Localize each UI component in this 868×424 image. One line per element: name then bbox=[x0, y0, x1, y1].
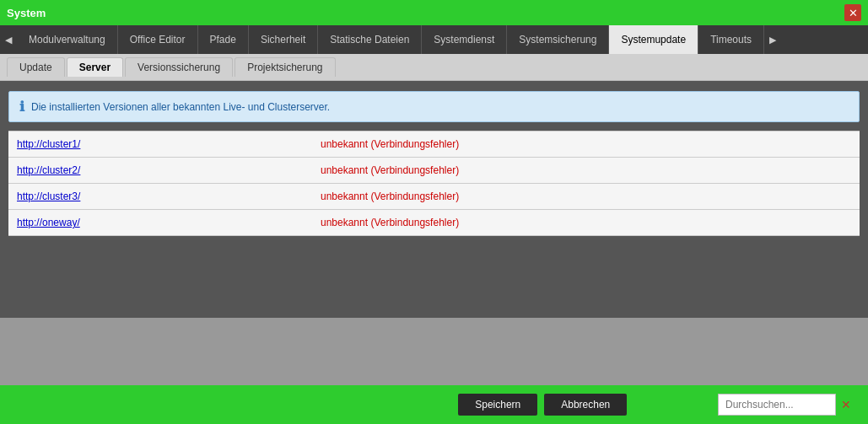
search-clear-icon[interactable]: ✕ bbox=[841, 398, 851, 411]
status-detail-1: (Verbindungsfehler) bbox=[370, 164, 459, 176]
status-label-2: unbekannt bbox=[321, 191, 368, 202]
server-url-2[interactable]: http://cluster3/ bbox=[17, 191, 321, 202]
tab-right-arrow[interactable]: ▶ bbox=[764, 25, 781, 54]
tab-systemdienst[interactable]: Systemdienst bbox=[422, 25, 507, 54]
tab-modulverwaltung[interactable]: Modulverwaltung bbox=[17, 25, 118, 54]
bottom-decorative-area bbox=[0, 318, 868, 385]
tab-office-editor[interactable]: Office Editor bbox=[118, 25, 198, 54]
table-row: http://oneway/ unbekannt (Verbindungsfeh… bbox=[8, 210, 860, 236]
save-button[interactable]: Speichern bbox=[458, 394, 537, 416]
search-input[interactable] bbox=[718, 394, 836, 416]
status-label-1: unbekannt bbox=[321, 164, 368, 176]
tab-systemupdate[interactable]: Systemupdate bbox=[609, 25, 698, 54]
server-url-3[interactable]: http://oneway/ bbox=[17, 217, 321, 228]
main-tab-bar: ◀ Modulverwaltung Office Editor Pfade Si… bbox=[0, 25, 868, 54]
footer: Speichern Abbrechen ✕ bbox=[0, 385, 868, 424]
status-detail-0: (Verbindungsfehler) bbox=[370, 138, 459, 150]
server-status-2: unbekannt (Verbindungsfehler) bbox=[321, 191, 459, 202]
server-status-1: unbekannt (Verbindungsfehler) bbox=[321, 164, 459, 176]
tab-pfade[interactable]: Pfade bbox=[198, 25, 249, 54]
server-url-0[interactable]: http://cluster1/ bbox=[17, 138, 321, 150]
sub-tab-versionssicherung[interactable]: Versionssicherung bbox=[125, 57, 233, 77]
tab-left-arrow[interactable]: ◀ bbox=[0, 25, 17, 54]
status-label-3: unbekannt bbox=[321, 217, 368, 228]
table-row: http://cluster2/ unbekannt (Verbindungsf… bbox=[8, 158, 860, 184]
main-window: System ✕ ◀ Modulverwaltung Office Editor… bbox=[0, 0, 868, 424]
info-panel: ℹ Die installierten Versionen aller beka… bbox=[8, 91, 860, 122]
tab-timeouts[interactable]: Timeouts bbox=[698, 25, 764, 54]
server-status-3: unbekannt (Verbindungsfehler) bbox=[321, 217, 459, 228]
info-text: Die installierten Versionen aller bekann… bbox=[31, 101, 330, 113]
tab-systemsicherung[interactable]: Systemsicherung bbox=[507, 25, 609, 54]
tab-sicherheit[interactable]: Sicherheit bbox=[249, 25, 318, 54]
status-detail-2: (Verbindungsfehler) bbox=[370, 191, 459, 202]
footer-buttons: Speichern Abbrechen bbox=[368, 394, 719, 416]
title-bar: System ✕ bbox=[0, 0, 868, 25]
sub-tab-projektsicherung[interactable]: Projektsicherung bbox=[235, 57, 335, 77]
server-status-0: unbekannt (Verbindungsfehler) bbox=[321, 138, 459, 150]
status-detail-3: (Verbindungsfehler) bbox=[370, 217, 459, 228]
close-button[interactable]: ✕ bbox=[844, 4, 861, 21]
search-box-wrap: ✕ bbox=[718, 394, 851, 416]
table-row: http://cluster3/ unbekannt (Verbindungsf… bbox=[8, 184, 860, 210]
cancel-button[interactable]: Abbrechen bbox=[544, 394, 627, 416]
sub-tab-update[interactable]: Update bbox=[7, 57, 65, 77]
sub-tab-server[interactable]: Server bbox=[67, 57, 123, 77]
window-title: System bbox=[7, 7, 46, 19]
status-label-0: unbekannt bbox=[321, 138, 368, 150]
info-icon: ℹ bbox=[19, 99, 24, 115]
tab-statische-dateien[interactable]: Statische Dateien bbox=[318, 25, 422, 54]
server-url-1[interactable]: http://cluster2/ bbox=[17, 164, 321, 176]
sub-tab-bar: Update Server Versionssicherung Projekts… bbox=[0, 54, 868, 81]
table-row: http://cluster1/ unbekannt (Verbindungsf… bbox=[8, 131, 860, 158]
server-list: http://cluster1/ unbekannt (Verbindungsf… bbox=[8, 131, 860, 236]
